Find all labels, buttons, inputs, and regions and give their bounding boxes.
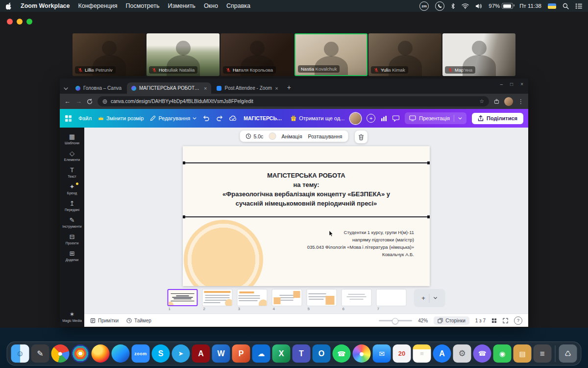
grid-view-icon[interactable]: [491, 318, 497, 323]
dock-system-settings[interactable]: ⚙: [453, 344, 471, 363]
timer-button[interactable]: Таймер: [126, 318, 151, 323]
page-thumb-6[interactable]: 6: [342, 289, 372, 311]
back-button[interactable]: ←: [64, 98, 71, 105]
present-button[interactable]: Презентація: [405, 112, 466, 124]
browser-profile-avatar[interactable]: [504, 97, 513, 106]
menu-edit[interactable]: Изменить: [168, 2, 196, 9]
promo-offer-button[interactable]: Отримати ще од...: [291, 115, 344, 121]
zoom-slider[interactable]: [379, 320, 412, 321]
sidebar-elements[interactable]: ◇ Елементи: [60, 148, 84, 164]
dock-files-gold[interactable]: ▤: [514, 344, 532, 363]
sidebar-apps[interactable]: ⊞ Додатки: [60, 248, 84, 264]
editing-mode-menu[interactable]: Редагування: [150, 115, 196, 121]
add-page-button[interactable]: +: [414, 289, 445, 307]
dock-excel[interactable]: X: [272, 344, 291, 363]
ukraine-flag-icon[interactable]: [548, 3, 556, 9]
browser-maximize-icon[interactable]: □: [510, 81, 513, 87]
wifi-icon[interactable]: [462, 3, 469, 9]
resize-menu[interactable]: Змінити розмір: [98, 115, 144, 121]
dock-launchpad[interactable]: [72, 344, 90, 363]
participant-video-active-speaker[interactable]: Nastia Kovalchuk: [294, 33, 368, 76]
close-tab-icon[interactable]: ×: [275, 85, 278, 91]
arrange-button[interactable]: Розташування: [308, 133, 343, 139]
extensions-icon[interactable]: [494, 99, 499, 104]
invite-member-icon[interactable]: +: [367, 114, 375, 123]
slide-canvas[interactable]: МАГІСТЕРСЬКА РОБОТА на тему: «Фразеологі…: [183, 146, 430, 286]
account-avatar[interactable]: [350, 113, 361, 124]
dock-utilities[interactable]: ≣: [534, 344, 552, 363]
dock-onedrive[interactable]: ☁: [252, 344, 270, 363]
menu-conference[interactable]: Конференция: [78, 2, 117, 9]
dock-notes[interactable]: ≡: [413, 344, 431, 363]
dock-powerpoint[interactable]: P: [232, 344, 250, 363]
bookmark-star-icon[interactable]: ☆: [479, 98, 484, 105]
pages-button[interactable]: Сторінки: [434, 316, 469, 325]
dock-pen-tool-app[interactable]: ✎: [31, 344, 49, 363]
battery-indicator[interactable]: 97%: [489, 3, 513, 9]
dock-zoom[interactable]: zoom: [132, 344, 150, 363]
tab-search-chevron-icon[interactable]: [64, 87, 68, 90]
tab-canva-home[interactable]: Головна – Canva: [71, 82, 126, 94]
divider-line-bottom[interactable]: [183, 216, 430, 217]
sidebar-templates[interactable]: ▦ Шаблони: [60, 131, 84, 147]
undo-icon[interactable]: [203, 115, 210, 121]
dock-viber[interactable]: ☎: [473, 344, 491, 363]
dock-trash[interactable]: ♺: [559, 344, 577, 363]
menu-window[interactable]: Окно: [204, 2, 218, 9]
sidebar-tools[interactable]: ✎ Інструменти: [60, 214, 84, 231]
page-thumb-5[interactable]: 5: [307, 289, 337, 311]
comments-icon[interactable]: [392, 115, 399, 122]
control-center-icon[interactable]: [575, 3, 582, 9]
dock-word[interactable]: W: [212, 344, 230, 363]
dock-app-store[interactable]: A: [433, 344, 451, 363]
redo-icon[interactable]: [216, 115, 223, 121]
dock-mail[interactable]: ✉: [373, 344, 391, 363]
page-thumb-3[interactable]: 3: [237, 289, 268, 311]
spotlight-icon[interactable]: [563, 3, 569, 9]
sidebar-projects[interactable]: ⊟ Проєкти: [60, 231, 84, 247]
bluetooth-icon[interactable]: [451, 3, 455, 9]
participant-video[interactable]: Наталя Корольова: [220, 33, 294, 76]
zoom-slider-knob[interactable]: [392, 318, 398, 324]
refresh-button[interactable]: [87, 99, 93, 105]
help-button[interactable]: ?: [514, 316, 522, 325]
participant-video[interactable]: Мар'яна: [442, 33, 515, 76]
page-thumb-4[interactable]: 4: [272, 289, 302, 311]
menu-view[interactable]: Посмотреть: [126, 2, 160, 9]
sidebar-brand[interactable]: ✦ Бренд: [60, 181, 84, 197]
insights-icon[interactable]: [381, 115, 387, 122]
slide-title-text[interactable]: МАГІСТЕРСЬКА РОБОТА на тему: «Фразеологі…: [192, 171, 421, 208]
sidebar-magic-media[interactable]: ✶ Magic Media: [60, 309, 84, 325]
dock-camera-app[interactable]: ◉: [493, 344, 512, 363]
file-menu[interactable]: Файл: [78, 115, 92, 121]
canva-home-icon[interactable]: [65, 115, 72, 122]
delete-element-button[interactable]: [355, 131, 368, 143]
address-bar[interactable]: canva.com/design/DAHBYy4bDp4/fBLBlduMlXt…: [98, 96, 489, 106]
menu-clock[interactable]: Пт 11:38: [519, 3, 541, 9]
sidebar-text[interactable]: T Текст: [60, 164, 84, 181]
dock-telegram[interactable]: ➤: [172, 344, 190, 363]
dock-finder[interactable]: ☺: [11, 344, 29, 363]
participant-video[interactable]: Hotsuliak Nataliia: [147, 33, 220, 76]
minimize-window-button[interactable]: [17, 19, 23, 25]
phone-status-icon[interactable]: [435, 1, 444, 11]
browser-minimize-icon[interactable]: –: [500, 81, 503, 87]
fullscreen-window-button[interactable]: [26, 19, 32, 25]
dock-skype[interactable]: S: [152, 344, 170, 363]
tab-zoom-attendee[interactable]: Post Attendee - Zoom ×: [212, 82, 282, 94]
share-button[interactable]: Поділитися: [472, 113, 523, 124]
menu-help[interactable]: Справка: [226, 2, 250, 9]
apple-menu-icon[interactable]: [6, 2, 12, 10]
forward-button[interactable]: →: [75, 98, 82, 105]
dock-whatsapp[interactable]: ☎: [333, 344, 351, 363]
dock-acrobat[interactable]: A: [192, 344, 210, 363]
page-thumb-7[interactable]: 7: [376, 289, 407, 311]
tab-canva-design[interactable]: МАГІСТЕРСЬКА РОБОТА на те ×: [127, 82, 211, 94]
zoom-status-badge[interactable]: zm: [419, 1, 429, 11]
browser-close-icon[interactable]: ×: [520, 81, 523, 87]
dock-photos[interactable]: ●: [353, 344, 371, 363]
dock-teams[interactable]: T: [293, 344, 311, 363]
dock-firefox[interactable]: [92, 344, 110, 363]
dock-outlook[interactable]: O: [313, 344, 331, 363]
animate-button[interactable]: Анімація: [281, 133, 302, 139]
